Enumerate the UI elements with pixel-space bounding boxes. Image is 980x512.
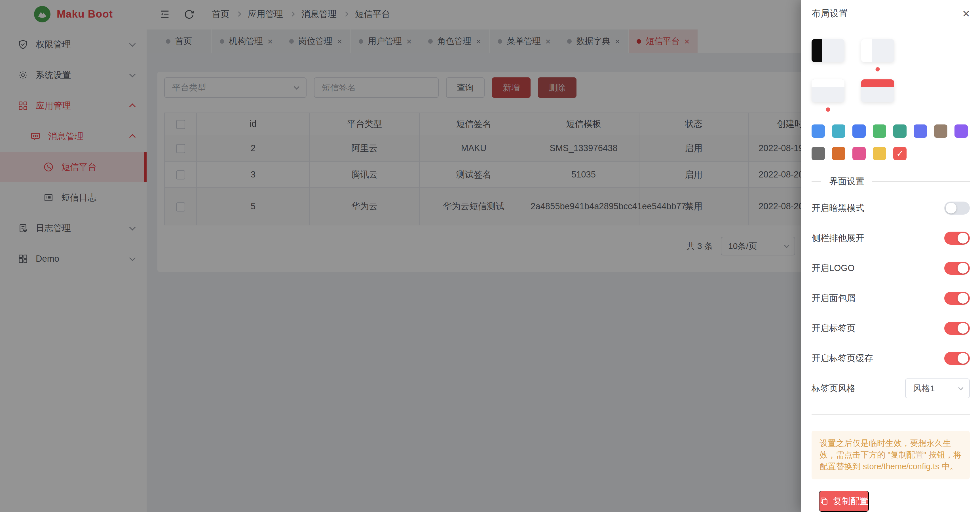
close-icon[interactable]: ×: [963, 7, 970, 20]
setting-label: 开启LOGO: [811, 262, 855, 274]
drawer-divider: [811, 414, 970, 415]
theme-color[interactable]: [955, 124, 968, 138]
copy-config-button[interactable]: 复制配置: [819, 491, 869, 512]
check-icon: ✓: [896, 149, 904, 159]
theme-color[interactable]: [873, 147, 886, 160]
selected-dot-icon: [826, 107, 830, 112]
setting-dark-mode: 开启暗黑模式: [811, 193, 970, 223]
theme-color[interactable]: [853, 147, 866, 160]
drawer-title: 布局设置: [811, 7, 848, 20]
preview-topbar-red: [861, 80, 894, 87]
drawer-header: 布局设置 ×: [811, 0, 970, 27]
dark-mode-toggle[interactable]: [944, 202, 970, 215]
layout-option-dark-sidebar[interactable]: [811, 39, 845, 62]
theme-color[interactable]: [832, 124, 845, 138]
settings-warning-alert: 设置之后仅是临时生效，要想永久生效，需点击下方的 "复制配置" 按钮，将配置替换…: [811, 431, 970, 479]
theme-color[interactable]: [934, 124, 947, 138]
section-title: 界面设置: [829, 175, 864, 188]
sidebar-accordion-toggle[interactable]: [944, 232, 970, 245]
layout-settings-drawer: 布局设置 ×: [801, 0, 980, 512]
setting-logo: 开启LOGO: [811, 253, 970, 283]
setting-tabs: 开启标签页: [811, 313, 970, 343]
logo-toggle[interactable]: [944, 262, 970, 275]
chevron-down-icon: [958, 385, 963, 390]
selected-dot-icon: [876, 67, 880, 72]
setting-breadcrumb: 开启面包屑: [811, 283, 970, 313]
setting-label: 开启标签页: [811, 322, 856, 334]
tabs-toggle[interactable]: [944, 322, 970, 335]
breadcrumb-toggle[interactable]: [944, 292, 970, 305]
interface-section-divider: 界面设置: [811, 175, 970, 188]
setting-tabs-cache: 开启标签页缓存: [811, 343, 970, 374]
setting-label: 开启标签页缓存: [811, 352, 873, 364]
app-root: Maku Boot 权限管理 系统设置 应用管理: [0, 0, 980, 512]
layout-preview-grid: [811, 39, 970, 102]
setting-sidebar-accordion: 侧栏排他展开: [811, 223, 970, 253]
theme-color[interactable]: [873, 124, 886, 138]
setting-label: 标签页风格: [811, 382, 856, 394]
tab-style-select[interactable]: 风格1: [905, 378, 970, 398]
preview-sidebar-light: [861, 39, 872, 62]
layout-option-top-red[interactable]: [861, 80, 894, 102]
theme-color[interactable]: [914, 124, 927, 138]
setting-tab-style: 标签页风格 风格1: [811, 374, 970, 404]
layout-option-top-light[interactable]: [811, 80, 845, 102]
tab-style-value: 风格1: [913, 383, 935, 394]
interface-settings: 开启暗黑模式 侧栏排他展开 开启LOGO 开启面包屑 开启标签页 开启标签页缓存: [811, 193, 970, 404]
modal-overlay[interactable]: [0, 0, 801, 512]
theme-color[interactable]: [893, 124, 907, 138]
preview-topbar-light: [811, 80, 845, 87]
copy-config-label: 复制配置: [833, 495, 868, 507]
theme-color[interactable]: [811, 124, 825, 138]
theme-color-selected[interactable]: ✓: [893, 147, 907, 160]
layout-option-light-sidebar[interactable]: [861, 39, 894, 62]
tabs-cache-toggle[interactable]: [944, 352, 970, 365]
preview-sidebar-dark: [811, 39, 822, 62]
copy-icon: [819, 497, 829, 506]
theme-color-swatches: ✓: [811, 124, 970, 160]
setting-label: 开启面包屑: [811, 292, 856, 304]
theme-color[interactable]: [811, 147, 825, 160]
theme-color[interactable]: [832, 147, 845, 160]
theme-color[interactable]: [853, 124, 866, 138]
setting-label: 开启暗黑模式: [811, 202, 864, 214]
setting-label: 侧栏排他展开: [811, 232, 864, 244]
